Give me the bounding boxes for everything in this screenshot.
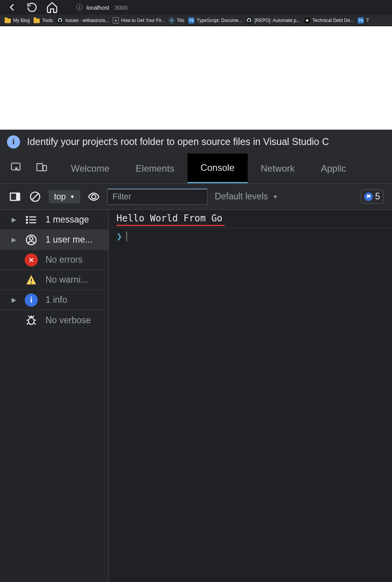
sidebar-row-errors[interactable]: ▶ No errors (0, 250, 108, 270)
sidebar-row-messages[interactable]: ▶ 1 message (0, 210, 108, 230)
sidebar-row-verbose[interactable]: ▶ No verbose (0, 310, 108, 330)
svg-point-11 (26, 216, 27, 218)
url-port: :3000 (113, 4, 128, 11)
page-viewport (0, 26, 392, 130)
tab-network[interactable]: Network (248, 154, 308, 183)
reload-icon[interactable] (25, 1, 39, 14)
svg-rect-18 (31, 278, 32, 282)
svg-point-20 (29, 318, 34, 325)
issues-button[interactable]: 5 (361, 189, 384, 204)
sidebar-row-warnings[interactable]: ▶ No warni... (0, 270, 108, 290)
warning-icon (25, 273, 38, 287)
clear-console-icon[interactable] (29, 190, 42, 203)
svg-line-6 (32, 194, 38, 200)
bug-icon (25, 314, 38, 327)
svg-point-13 (26, 222, 27, 223)
sidebar-label: 1 info (46, 295, 67, 305)
typescript-icon: TS (188, 17, 194, 24)
tab-elements[interactable]: Elements (123, 154, 188, 183)
bookmark-issues[interactable]: Issues · withastro/a... (57, 17, 109, 24)
context-selector[interactable]: top ▼ (49, 190, 80, 203)
device-toggle-icon[interactable] (35, 162, 49, 175)
console-output[interactable]: Hello World From Go ❯ (109, 210, 392, 582)
bookmark-my-blog[interactable]: My Blog (5, 18, 30, 23)
levels-label: Default levels (215, 191, 268, 202)
bookmark-tools[interactable]: Tools (34, 18, 53, 23)
issue-icon (364, 192, 373, 201)
toggle-sidebar-icon[interactable] (8, 190, 22, 203)
console-toolbar: top ▼ Filter Default levels ▼ 5 (0, 184, 392, 210)
chevron-down-icon: ▼ (273, 194, 278, 200)
sidebar-row-user-messages[interactable]: ▶ 1 user me... (0, 230, 108, 250)
svg-rect-19 (31, 282, 32, 283)
home-icon[interactable] (46, 1, 59, 14)
svg-point-12 (26, 219, 27, 220)
sidebar-label: 1 message (46, 214, 89, 225)
typescript-icon: TS (358, 17, 364, 24)
context-label: top (54, 192, 66, 202)
list-icon (25, 213, 38, 226)
expand-icon[interactable]: ▶ (12, 296, 17, 304)
bookmark-howto[interactable]: ∧How to Get Your Fir... (113, 17, 165, 24)
live-expression-icon[interactable] (87, 190, 100, 203)
error-icon (25, 253, 38, 267)
devtools-tab-bar: Welcome Elements Console Network Applic (0, 154, 392, 184)
sidebar-label: No warni... (46, 275, 88, 285)
console-sidebar: ▶ 1 message ▶ 1 user me... ▶ No errors ▶… (0, 210, 109, 582)
bookmark-techdebt[interactable]: Technical Debt De... (304, 17, 354, 24)
console-main: ▶ 1 message ▶ 1 user me... ▶ No errors ▶… (0, 210, 392, 582)
github-icon (57, 17, 63, 24)
log-levels-dropdown[interactable]: Default levels ▼ (215, 191, 278, 202)
address-bar[interactable]: i localhost:3000 (76, 4, 128, 11)
user-icon (25, 233, 38, 246)
svg-rect-2 (43, 165, 47, 171)
inspect-element-icon[interactable] (9, 162, 23, 175)
info-icon: i (25, 294, 38, 307)
chevron-right-icon: ❯ (117, 231, 122, 242)
console-log-entry[interactable]: Hello World From Go (109, 210, 392, 228)
svg-point-15 (30, 236, 33, 240)
devtools-info-banner[interactable]: i Identify your project's root folder to… (0, 130, 392, 154)
text-caret (127, 231, 127, 241)
circle-icon (169, 18, 174, 23)
back-icon[interactable] (5, 1, 19, 14)
sidebar-label: No verbose (46, 315, 91, 326)
bookmark-ts-docs[interactable]: TSTypeScript: Docume... (188, 17, 242, 24)
banner-text: Identify your project's root folder to o… (27, 136, 329, 147)
filter-input[interactable]: Filter (107, 189, 208, 205)
bookmarks-bar: My Blog Tools Issues · withastro/a... ∧H… (0, 15, 392, 26)
filter-placeholder: Filter (112, 192, 131, 202)
dot-icon (304, 17, 310, 24)
log-text: Hello World From Go (117, 213, 223, 224)
chevron-down-icon: ▼ (70, 194, 75, 200)
svg-rect-1 (37, 164, 43, 171)
svg-point-7 (92, 194, 96, 199)
sidebar-label: 1 user me... (46, 234, 92, 245)
bookmark-repo[interactable]: [REPO]: Automate p... (246, 17, 300, 24)
sidebar-row-info[interactable]: ▶ i 1 info (0, 290, 108, 310)
bookmark-ts2[interactable]: TST (358, 17, 369, 24)
sidebar-label: No errors (46, 255, 83, 265)
info-icon: i (7, 135, 20, 148)
url-host: localhost (86, 4, 109, 11)
github-icon (246, 17, 252, 24)
annotation-underline (117, 225, 225, 226)
issues-count: 5 (375, 191, 380, 202)
folder-icon (5, 19, 11, 23)
astro-icon: ∧ (113, 17, 119, 24)
console-prompt[interactable]: ❯ (109, 228, 392, 245)
folder-icon (34, 19, 40, 23)
expand-icon[interactable]: ▶ (12, 236, 17, 243)
browser-nav-bar: i localhost:3000 (0, 0, 392, 15)
bookmark-tito[interactable]: Tito (169, 18, 184, 23)
expand-icon[interactable]: ▶ (12, 216, 17, 223)
tab-welcome[interactable]: Welcome (58, 154, 123, 183)
tab-console[interactable]: Console (188, 154, 248, 183)
tab-application[interactable]: Applic (308, 154, 359, 183)
site-info-icon[interactable]: i (76, 4, 83, 10)
